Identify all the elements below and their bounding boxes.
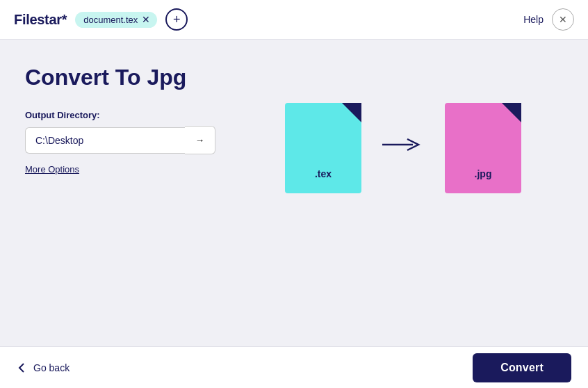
destination-file-icon: .jpg bbox=[445, 103, 521, 193]
file-tag-name: document.tex bbox=[83, 15, 138, 25]
file-tag: document.tex ✕ bbox=[75, 12, 157, 28]
go-back-button[interactable]: Go back bbox=[17, 362, 70, 373]
header-left: Filestar* document.tex ✕ + bbox=[14, 8, 188, 31]
add-file-button[interactable]: + bbox=[165, 8, 188, 31]
close-button[interactable]: ✕ bbox=[552, 8, 574, 31]
content-area: Output Directory: → More Options .tex bbox=[25, 110, 563, 193]
output-directory-input[interactable] bbox=[25, 127, 185, 154]
header: Filestar* document.tex ✕ + Help ✕ bbox=[0, 0, 588, 40]
footer: Go back Convert bbox=[0, 346, 588, 388]
directory-row: → bbox=[25, 126, 215, 154]
destination-file-ext: .jpg bbox=[475, 168, 492, 179]
file-tag-close-button[interactable]: ✕ bbox=[142, 15, 150, 24]
app-title: Filestar* bbox=[14, 12, 67, 28]
convert-button[interactable]: Convert bbox=[473, 353, 571, 382]
arrow-right-icon: → bbox=[195, 135, 204, 145]
page-title: Convert To Jpg bbox=[25, 65, 563, 90]
help-button[interactable]: Help bbox=[523, 14, 544, 25]
main-content: Convert To Jpg Output Directory: → More … bbox=[0, 40, 588, 346]
form-section: Output Directory: → More Options bbox=[25, 110, 215, 175]
conversion-visual: .tex .jpg bbox=[243, 103, 563, 193]
output-directory-label: Output Directory: bbox=[25, 110, 215, 120]
close-icon: ✕ bbox=[559, 14, 567, 25]
source-file-ext: .tex bbox=[315, 168, 332, 179]
browse-directory-button[interactable]: → bbox=[185, 126, 215, 154]
source-file-icon: .tex bbox=[285, 103, 361, 193]
go-back-label: Go back bbox=[33, 362, 70, 373]
source-file-body bbox=[285, 103, 361, 193]
arrow-left-icon bbox=[17, 362, 28, 373]
destination-file-body bbox=[445, 103, 521, 193]
add-file-icon: + bbox=[173, 13, 181, 27]
conversion-arrow bbox=[382, 136, 424, 153]
header-right: Help ✕ bbox=[523, 8, 574, 31]
arrow-icon bbox=[382, 136, 424, 153]
more-options-button[interactable]: More Options bbox=[25, 164, 79, 175]
